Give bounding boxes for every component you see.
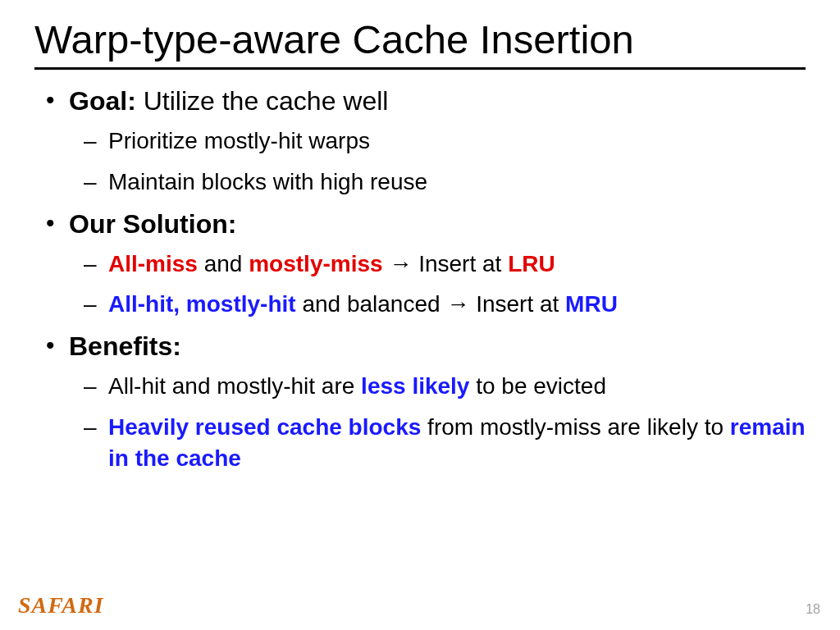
benefits-label: Benefits:: [69, 331, 181, 361]
solution-item: Our Solution: All-miss and mostly-miss →…: [34, 208, 806, 321]
goal-item: Goal: Utilize the cache well Prioritize …: [34, 84, 806, 198]
solution-line-2: All-hit, mostly-hit and balanced → Inser…: [69, 289, 806, 320]
title-rule: [34, 67, 806, 70]
solution-label: Our Solution:: [69, 209, 236, 239]
goal-sub-1: Prioritize mostly-hit warps: [69, 126, 806, 157]
benefits-item: Benefits: All-hit and mostly-hit are les…: [34, 330, 806, 473]
benefits-line-1: All-hit and mostly-hit are less likely t…: [69, 371, 806, 402]
bullet-list: Goal: Utilize the cache well Prioritize …: [34, 84, 806, 474]
footer-logo: SAFARI: [18, 592, 104, 619]
slide-title: Warp-type-aware Cache Insertion: [34, 16, 806, 62]
goal-sub-2: Maintain blocks with high reuse: [69, 167, 806, 198]
goal-label: Goal:: [69, 86, 136, 116]
page-number: 18: [806, 602, 820, 617]
goal-text: Utilize the cache well: [136, 86, 389, 116]
solution-line-1: All-miss and mostly-miss → Insert at LRU: [69, 249, 806, 280]
benefits-line-2: Heavily reused cache blocks from mostly-…: [69, 412, 806, 474]
slide: Warp-type-aware Cache Insertion Goal: Ut…: [0, 0, 840, 474]
